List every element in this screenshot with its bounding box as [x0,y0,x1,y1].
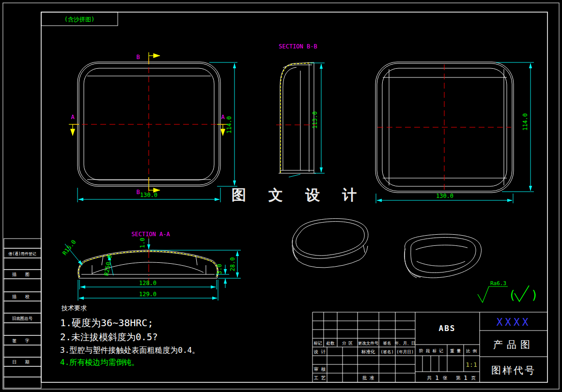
dimension-aa-corner-radius: R15.0 [61,239,77,256]
sign-hint: (签名) [380,349,393,354]
section-a-label: A [221,114,225,121]
scale-label: 比 例 [466,348,477,353]
dimension-aa-inner-width: 128.0 [139,280,156,286]
check-icon [515,286,529,302]
svg-text:1: 1 [464,374,468,381]
header-mark: 标记 [314,341,323,346]
dimension-plan-width: 130.0 [436,193,453,199]
dimension-aa-base: 3.0 [216,264,223,274]
section-b-label: B [136,54,140,60]
corner-note: (含沙拼图) [41,12,118,26]
svg-text:第: 第 [456,375,461,380]
strip-label: 旧底图总号 [12,316,33,321]
tech-item: 2.未注拔模斜度为0.5? [60,332,158,342]
role-process: 工 艺 [314,375,326,380]
scale-value: 1:1 [466,361,477,368]
header-sign: 签名 [383,341,391,346]
drawing-code-cell: 图样代号 [491,364,536,376]
sheet-info: 共 1 张 第 1 页 [427,374,476,381]
company-cell: XXXX [497,317,531,328]
tech-title: 技术要求 [61,304,87,312]
role-approve: 批 准 [362,375,375,380]
section-aa-title: SECTION A-A [131,231,170,238]
tech-item: 3.型腔与塑件接触处表面粗糙度为0.4。 [60,346,200,355]
dimension-front-width: 130.0 [140,192,157,198]
header-date: 年、月、日 [395,341,416,346]
left-strip: 借(通)用件登记 描 图 描 校 旧底图总号 签 字 日 期 [4,239,41,388]
plan-view: 114.0 130.0 [375,62,534,203]
material-cell: ABS [439,324,456,333]
role-design: 设 计 [313,349,326,354]
header-zone: 分 区 [342,341,353,346]
dimension-aa-outer-width: 129.0 [139,291,156,298]
cad-drawing-sheet: (含沙拼图) 借(通)用件登记 描 图 描 校 旧底图总号 签 字 日 期 [0,0,562,392]
roughness-symbol: Ra6.3 ( ) [478,280,538,302]
drawing-svg: (含沙拼图) 借(通)用件登记 描 图 描 校 旧底图总号 签 字 日 期 [0,0,562,392]
role-review: 审 核 [314,366,326,372]
paren-open: ( [509,288,515,302]
tech-item: 4.所有棱边均需倒钝。 [60,358,139,367]
section-aa-view: SECTION A-A 1.0 R15.0 R250.0 28.0 3.0 12… [61,231,241,301]
svg-text:页: 页 [471,375,476,380]
role-standardization: 标准化 [361,349,375,354]
header-doc: 更改文件号 [358,341,379,346]
section-bb-title: SECTION B-B [279,43,317,50]
section-bb-view: SECTION B-B 113.0 [276,43,325,177]
dimension-aa-thickness: 1.0 [139,238,146,248]
section-b-label: B [136,189,140,196]
iso-view-top [292,219,368,268]
strip-label: 签 字 [12,338,32,343]
svg-text:共: 共 [427,375,432,380]
date-hint: (年月日) [396,349,414,354]
dimension-aa-top-radius: R250.0 [103,255,113,276]
svg-text:1: 1 [435,374,439,381]
stage-mark-label: 阶 段 标 记 [419,348,443,353]
tech-requirements: 技术要求 1.硬度为36~38HRC; 2.未注拔模斜度为0.5? 3.型腔与塑… [60,304,200,367]
dimension-plan-height: 114.0 [522,113,529,131]
strip-label: 借(通)用件登记 [8,251,36,256]
title-block: 标记 处数 分 区 更改文件号 签名 年、月、日 设 计 标准化 (签名) (年… [312,312,547,382]
drawing-title-cell: 产品图 [493,339,534,350]
strip-label: 描 图 [12,272,32,277]
front-view: B B A A 114.0 130.0 [69,52,237,202]
dimension-bb-height: 113.0 [312,111,318,129]
dimension-aa-height: 28.0 [229,257,236,271]
weight-label: 重 量 [450,348,461,353]
strip-label: 日 期 [12,360,32,364]
corner-note-text: (含沙拼图) [64,16,94,23]
tech-item: 1.硬度为36~38HRC; [60,317,153,329]
watermark: 图 文 设 计 [232,186,363,203]
svg-text:张: 张 [443,375,448,380]
iso-view-bottom [405,234,482,278]
dimension-front-height: 114.0 [226,116,233,134]
header-count: 处数 [327,341,335,346]
strip-label: 描 校 [12,294,32,299]
roughness-value: Ra6.3 [490,280,506,286]
paren-close: ) [531,288,538,302]
section-a-label: A [71,114,75,121]
